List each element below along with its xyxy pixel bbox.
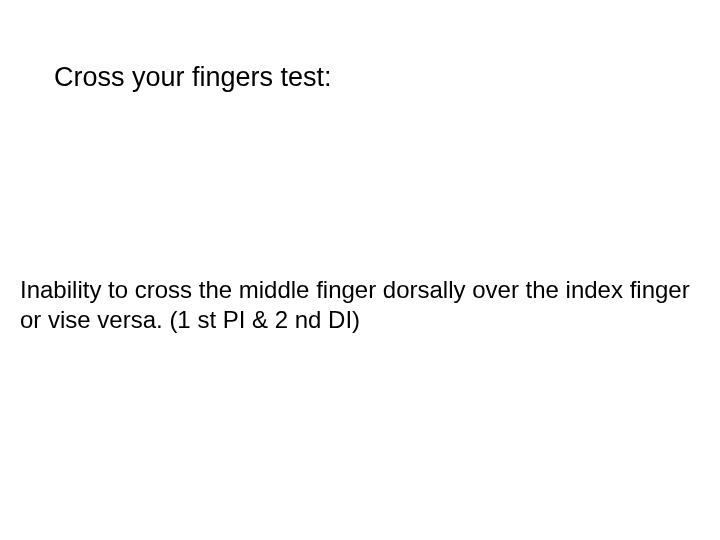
slide-title: Cross your fingers test:	[54, 62, 332, 93]
slide-body-text: Inability to cross the middle finger dor…	[20, 275, 695, 335]
